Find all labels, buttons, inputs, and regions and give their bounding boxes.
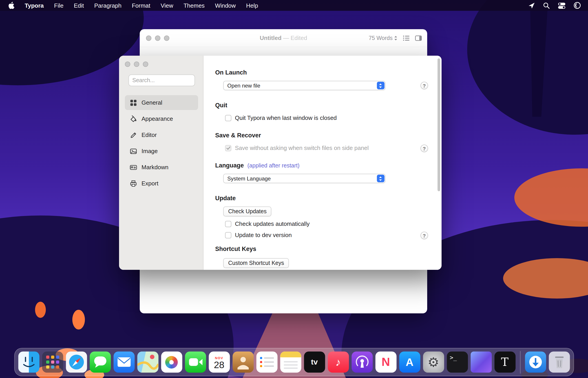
reminders-icon[interactable] bbox=[256, 351, 277, 373]
sidebar-item-label: Editor bbox=[141, 132, 157, 138]
sidebar-item-label: Export bbox=[141, 180, 158, 187]
preferences-content: On Launch Open new file ? Quit Quit Typo… bbox=[203, 56, 442, 270]
save-without-asking-checkbox[interactable] bbox=[225, 145, 231, 151]
music-icon[interactable]: ♪ bbox=[328, 351, 349, 373]
contacts-icon[interactable] bbox=[232, 351, 253, 373]
section-heading-quit: Quit bbox=[215, 102, 430, 109]
menu-item-view[interactable]: View bbox=[161, 2, 173, 9]
language-dropdown[interactable]: System Language bbox=[223, 174, 385, 183]
typora-dock-icon[interactable]: T bbox=[494, 351, 516, 373]
apple-tv-icon[interactable]: tv bbox=[304, 351, 325, 373]
dock: NOV 28 tv ♪ N A ⚙ bbox=[14, 348, 574, 376]
section-heading-shortcut-keys: Shortcut Keys bbox=[215, 245, 430, 253]
quit-checkbox-label: Quit Typora when last window is closed bbox=[235, 114, 337, 121]
sidebar-item-label: General bbox=[141, 99, 162, 106]
downloads-icon[interactable] bbox=[525, 351, 546, 373]
word-count[interactable]: 75 Words bbox=[369, 35, 398, 41]
sidebar-item-editor[interactable]: Editor bbox=[125, 127, 198, 142]
sidebar-item-image[interactable]: Image bbox=[125, 144, 198, 159]
menu-item-window[interactable]: Window bbox=[215, 2, 236, 9]
podcasts-icon[interactable] bbox=[351, 351, 373, 373]
check-updates-automatically-checkbox[interactable] bbox=[225, 221, 231, 227]
menu-item-format[interactable]: Format bbox=[132, 2, 150, 9]
on-launch-dropdown[interactable]: Open new file bbox=[223, 81, 385, 90]
trash-icon[interactable] bbox=[549, 351, 570, 373]
custom-shortcut-keys-button[interactable]: Custom Shortcut Keys bbox=[223, 258, 289, 268]
on-launch-help-button[interactable]: ? bbox=[420, 82, 428, 89]
sidebar-panel-icon[interactable] bbox=[415, 35, 422, 41]
sidebar-item-markdown[interactable]: Markdown bbox=[125, 160, 198, 175]
photos-icon[interactable] bbox=[161, 351, 182, 373]
sidebar-item-label: Markdown bbox=[141, 164, 168, 171]
maps-icon[interactable] bbox=[137, 351, 158, 373]
messages-icon[interactable] bbox=[90, 351, 111, 373]
update-dev-version-label: Update to dev version bbox=[235, 232, 292, 238]
menu-item-file[interactable]: File bbox=[54, 2, 64, 9]
word-count-stepper-icon bbox=[394, 35, 398, 41]
dropdown-stepper-icon bbox=[377, 82, 384, 89]
check-icon bbox=[226, 146, 230, 150]
update-dev-help-button[interactable]: ? bbox=[420, 232, 428, 239]
notes-icon[interactable] bbox=[280, 351, 301, 373]
search-input[interactable] bbox=[128, 75, 195, 86]
control-center-icon[interactable] bbox=[558, 2, 566, 9]
save-recover-help-button[interactable]: ? bbox=[420, 145, 428, 152]
menu-bar: Typora File Edit Paragraph Format View T… bbox=[0, 0, 588, 11]
pencil-icon bbox=[129, 131, 137, 139]
sidebar-item-label: Image bbox=[141, 148, 158, 154]
dock-separator bbox=[520, 351, 521, 373]
sidebar-item-appearance[interactable]: Appearance bbox=[125, 111, 198, 126]
system-settings-icon[interactable]: ⚙ bbox=[423, 351, 444, 373]
facetime-icon[interactable] bbox=[185, 351, 206, 373]
preferences-sidebar: General Appearance bbox=[119, 56, 203, 270]
desktop: Typora File Edit Paragraph Format View T… bbox=[0, 0, 588, 378]
app-store-icon[interactable]: A bbox=[399, 351, 420, 373]
menu-item-themes[interactable]: Themes bbox=[183, 2, 205, 9]
check-updates-button[interactable]: Check Updates bbox=[223, 206, 272, 216]
menu-app-name[interactable]: Typora bbox=[25, 2, 44, 9]
calendar-icon[interactable]: NOV 28 bbox=[209, 351, 230, 373]
outline-list-icon[interactable] bbox=[403, 35, 410, 41]
paint-bucket-icon bbox=[129, 115, 137, 122]
save-without-asking-label: Save without asking when switch files on… bbox=[235, 145, 369, 151]
preferences-window: General Appearance bbox=[119, 56, 442, 270]
check-updates-automatically-label: Check updates automatically bbox=[235, 220, 309, 227]
zoom-button[interactable] bbox=[143, 62, 148, 67]
calendar-month: NOV bbox=[215, 356, 223, 360]
scrollbar-thumb[interactable] bbox=[437, 58, 440, 191]
focus-icon[interactable] bbox=[574, 2, 581, 9]
sidebar-item-export[interactable]: Export bbox=[125, 176, 198, 191]
menu-item-help[interactable]: Help bbox=[246, 2, 258, 9]
news-icon[interactable]: N bbox=[375, 351, 396, 373]
document-titlebar: Untitled — Edited 75 Words bbox=[140, 29, 427, 47]
mail-icon[interactable] bbox=[113, 351, 135, 373]
minimize-button[interactable] bbox=[134, 62, 139, 67]
section-heading-save-recover: Save & Recover bbox=[215, 132, 430, 139]
menu-item-paragraph[interactable]: Paragraph bbox=[94, 2, 122, 9]
location-icon[interactable] bbox=[528, 2, 535, 9]
section-heading-on-launch: On Launch bbox=[215, 69, 430, 76]
finder-icon[interactable] bbox=[18, 351, 39, 373]
terminal-icon[interactable]: >_ bbox=[447, 351, 468, 373]
menu-item-edit[interactable]: Edit bbox=[74, 2, 84, 9]
apple-menu-icon[interactable] bbox=[8, 2, 14, 9]
quit-checkbox-row: Quit Typora when last window is closed bbox=[225, 114, 430, 121]
image-preview-icon[interactable] bbox=[471, 351, 492, 373]
markdown-icon bbox=[129, 163, 137, 171]
export-printer-icon bbox=[129, 180, 137, 187]
update-dev-checkbox-row: Update to dev version ? bbox=[225, 232, 430, 238]
sidebar-item-general[interactable]: General bbox=[125, 95, 198, 110]
section-heading-language: Language(applied after restart) bbox=[215, 162, 430, 169]
search-icon[interactable] bbox=[543, 2, 550, 9]
preferences-nav: General Appearance bbox=[125, 95, 198, 191]
launchpad-icon[interactable] bbox=[42, 351, 63, 373]
save-recover-checkbox-row: Save without asking when switch files on… bbox=[225, 145, 430, 151]
quit-checkbox[interactable] bbox=[225, 115, 231, 121]
close-button[interactable] bbox=[125, 62, 130, 67]
dropdown-value: Open new file bbox=[224, 82, 377, 89]
safari-icon[interactable] bbox=[66, 351, 87, 373]
update-dev-version-checkbox[interactable] bbox=[225, 232, 231, 238]
language-note: (applied after restart) bbox=[248, 162, 300, 169]
dropdown-value: System Language bbox=[224, 175, 377, 182]
document-edited-status: — Edited bbox=[283, 35, 307, 41]
